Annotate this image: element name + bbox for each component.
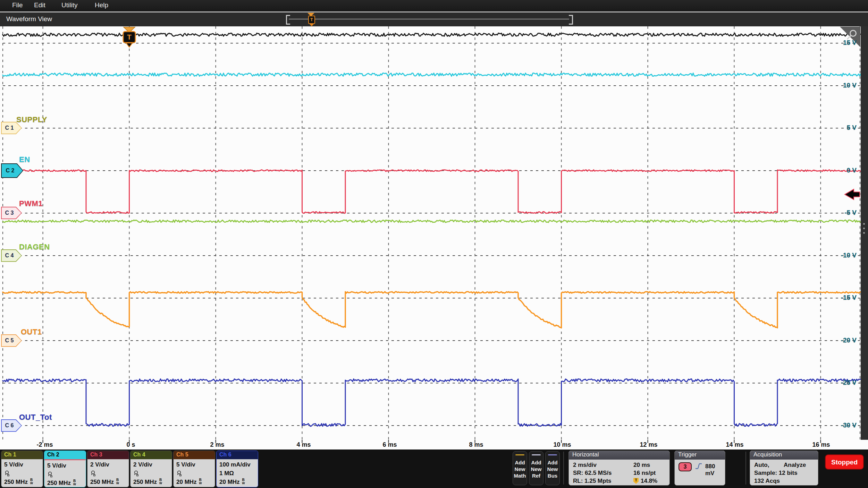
v-axis-label: 10 V (825, 82, 857, 89)
horizontal-panel[interactable]: Horizontal 2 ms/div 20 ms SR: 62.5 MS/s … (568, 451, 670, 486)
probe-icon (90, 470, 96, 477)
acquisition-count: 132 Acqs (754, 478, 780, 485)
record-trigger-pin[interactable]: T (308, 16, 315, 24)
record-view-left-bracket (286, 15, 290, 25)
handle-dot-icon (863, 228, 865, 229)
horizontal-scale: 2 ms/div (573, 462, 597, 469)
acquisition-mode: Auto, (754, 462, 769, 469)
t-axis-label: 10 ms (547, 441, 578, 448)
trigger-position-flag[interactable]: T (123, 32, 135, 42)
channel-marker-c5[interactable]: C 5 (1, 334, 22, 347)
trigger-source-badge: 3 (679, 462, 692, 471)
channel-marker-c6[interactable]: C 6 (1, 419, 22, 432)
add-new-bus-button[interactable]: AddNewBus (545, 451, 560, 485)
probe-icon (133, 470, 139, 477)
acquisition-panel-title: Acquisition (750, 451, 818, 460)
acquisition-panel[interactable]: Acquisition Auto, Analyze Sample: 12 bit… (750, 451, 818, 486)
t-axis-label: 2 ms (202, 441, 233, 448)
bus-accent (548, 454, 557, 455)
horizontal-record-length: RL: 1.25 Mpts (573, 478, 612, 485)
channel-label-pwm1: PWM1 (19, 199, 43, 208)
horizontal-trigger-position: 14.8% (641, 478, 657, 485)
v-axis-label: -25 V (825, 379, 857, 386)
channel-marker-c4[interactable]: C 4 (1, 249, 22, 262)
v-axis-label: -10 V (825, 251, 857, 259)
t-axis-label: 6 ms (374, 441, 405, 448)
handle-dot-icon (863, 223, 865, 225)
v-axis-label: 15 V (825, 39, 857, 46)
trigger-level: 880 mV (705, 463, 725, 477)
record-view-bar (289, 19, 569, 19)
t-axis-label: 12 ms (633, 441, 664, 448)
v-axis-label: -30 V (825, 421, 857, 429)
oscilloscope-app: File Edit Utility Help Waveform View T 1… (0, 0, 868, 488)
horizontal-panel-title: Horizontal (569, 451, 669, 460)
ref-accent (532, 454, 541, 455)
rising-edge-icon (695, 463, 702, 470)
horizontal-resolution: 16 ns/pt (633, 470, 656, 477)
channel-badge-ch4[interactable]: Ch 4 2 V/div 250 MHzBw (130, 451, 172, 487)
t-axis-label: 4 ms (288, 441, 319, 448)
trigger-panel[interactable]: Trigger 3 880 mV (674, 451, 725, 486)
t-axis-label: 0 s (115, 441, 146, 448)
t-axis-label: 14 ms (719, 441, 750, 448)
menu-file[interactable]: File (9, 1, 26, 9)
probe-icon (47, 471, 53, 478)
run-stop-status-button[interactable]: Stopped (825, 454, 864, 470)
footer-divider (563, 452, 564, 485)
v-axis-label: -15 V (825, 294, 857, 301)
graticule-background (0, 26, 868, 450)
tab-waveform-view[interactable]: Waveform View (6, 15, 52, 23)
t-axis-label: 8 ms (461, 441, 492, 448)
v-axis-label: 5 V (825, 124, 857, 131)
channel-label-out-tot: OUT_Tot (19, 413, 52, 422)
v-axis-label: -5 V (825, 209, 857, 216)
channel-marker-c3[interactable]: C 3 (1, 207, 22, 219)
math-accent (515, 454, 524, 455)
v-axis-label: 0 V (825, 166, 857, 174)
channel-label-out1: OUT1 (21, 327, 42, 336)
probe-icon (4, 470, 10, 477)
menu-bar: File Edit Utility Help (0, 0, 868, 11)
record-trigger-pin-tail (309, 24, 314, 26)
probe-icon (176, 470, 182, 477)
horizontal-sample-rate: SR: 62.5 MS/s (573, 470, 612, 477)
acquisition-sample: Sample: 12 bits (754, 470, 798, 477)
trigger-panel-title: Trigger (675, 451, 725, 460)
v-axis-label: -20 V (825, 336, 857, 344)
t-axis-label: 16 ms (806, 441, 837, 448)
channel-marker-c1[interactable]: C 1 (1, 122, 22, 134)
channel-badge-ch1[interactable]: Ch 1 5 V/div 250 MHzBw (1, 451, 43, 487)
acquisition-secondary: Analyze (784, 462, 806, 469)
channel-badge-ch6[interactable]: Ch 6 100 mA/div 1 MΩ 20 MHzBw (216, 451, 258, 487)
menu-edit[interactable]: Edit (31, 1, 48, 9)
add-new-ref-button[interactable]: AddNewRef (529, 451, 543, 485)
t-axis-label: -2 ms (29, 441, 60, 448)
horizontal-window: 20 ms (633, 462, 650, 469)
channel-badge-ch2[interactable]: Ch 2 5 V/div 250 MHzBw (44, 451, 86, 487)
tab-bar (0, 12, 868, 27)
trigger-flag-icon: T (633, 478, 639, 484)
menu-utility[interactable]: Utility (59, 1, 80, 9)
channel-badge-ch3[interactable]: Ch 3 2 V/div 250 MHzBw (87, 451, 129, 487)
channel-label-en: EN (19, 155, 30, 164)
add-new-math-button[interactable]: AddNewMath (513, 451, 527, 485)
channel-label-diagen: DIAGEN (19, 242, 50, 251)
record-view-right-bracket (569, 15, 573, 25)
menu-help[interactable]: Help (92, 1, 111, 9)
handle-dot-icon (863, 232, 865, 234)
channel-badge-ch5[interactable]: Ch 5 5 V/div 20 MHzBw (173, 451, 215, 487)
footer-divider (745, 452, 746, 485)
channel-marker-c2[interactable]: C 2 (1, 163, 23, 178)
